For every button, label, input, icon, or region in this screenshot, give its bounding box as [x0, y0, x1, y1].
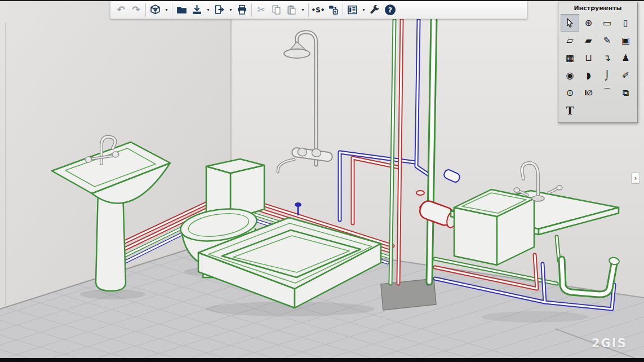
app-window: ↶ ↷ ▾ ▾ ▾ — [0, 0, 644, 362]
toolbar-divider — [145, 3, 146, 17]
tool-sphere-polygon[interactable]: ⊙ — [561, 84, 579, 101]
watermark: 2GIS — [592, 337, 627, 350]
save-caret[interactable]: ▾ — [205, 3, 212, 17]
save-button[interactable] — [189, 3, 205, 17]
tool-sheets[interactable]: ⧉ — [616, 84, 635, 101]
tool-rectangle[interactable]: ▭ — [598, 14, 616, 32]
tools-palette: Инструменты ⊛ ▭ ▯ ▱ ▰ ✎ ▣ ▦ ⊔ ↴ ♟ ◉ ◗ ⌡ … — [558, 2, 638, 123]
wrench-icon — [370, 5, 380, 15]
tool-arc-pipe[interactable]: ⌒ — [598, 84, 616, 101]
tool-curved-fitting[interactable]: ◗ — [579, 67, 598, 84]
help-button[interactable]: ? — [383, 3, 398, 17]
tool-angled-pipe[interactable]: ⌡ — [598, 67, 616, 84]
open-folder-button[interactable] — [174, 3, 189, 17]
share-model-icon — [328, 5, 339, 15]
organizer-button[interactable] — [345, 3, 360, 17]
tool-valve-figure[interactable]: ♟ — [616, 49, 635, 67]
tool-insulated-pipe[interactable]: ✐ — [616, 67, 635, 84]
tool-window-box[interactable]: ▦ — [561, 49, 579, 67]
tool-tall-panel[interactable]: ▣ — [616, 32, 635, 49]
organizer-caret[interactable]: ▾ — [360, 3, 367, 17]
cube-3d-icon — [150, 5, 161, 15]
tool-slab[interactable]: ▱ — [561, 32, 579, 49]
settings-wrench-button[interactable] — [367, 3, 383, 17]
toolbar-divider — [343, 3, 343, 17]
sink-faucet-handle — [85, 157, 92, 162]
copy-button[interactable] — [269, 3, 284, 17]
tool-pipe-elbow[interactable]: ↴ — [598, 49, 616, 67]
help-icon: ? — [385, 5, 396, 15]
copy-icon — [271, 5, 282, 15]
letterbox-top — [0, 0, 644, 1]
panel-expander-button[interactable]: › — [631, 173, 640, 184]
toolbar-divider — [251, 3, 252, 17]
tool-tray[interactable]: ▰ — [579, 32, 598, 49]
share-model-button[interactable] — [326, 3, 341, 17]
views-3d-caret[interactable]: ▾ — [163, 3, 170, 17]
tool-orbit[interactable]: ⊛ — [579, 14, 598, 32]
print-button[interactable] — [234, 3, 250, 17]
tool-bucket[interactable]: ⊔ — [579, 49, 598, 67]
folder-icon — [176, 5, 187, 15]
tool-appliance[interactable]: ◉ — [561, 67, 579, 84]
main-toolbar: ↶ ↷ ▾ ▾ ▾ — [110, 1, 527, 19]
polyline-button[interactable]: •S• — [310, 3, 326, 17]
export-button[interactable] — [212, 3, 227, 17]
polyline-icon: •S• — [312, 6, 325, 14]
toolbar-divider — [308, 3, 309, 17]
scene-canvas — [0, 0, 644, 362]
redo-button[interactable]: ↷ — [128, 3, 144, 17]
tool-pipe-vertical[interactable]: ▯ — [616, 14, 635, 32]
tool-grid: ⊛ ▭ ▯ ▱ ▰ ✎ ▣ ▦ ⊔ ↴ ♟ ◉ ◗ ⌡ ✐ ⊙ I∅ ⌒ ⧉ T — [561, 14, 635, 119]
undo-button[interactable]: ↶ — [113, 3, 128, 17]
printer-icon — [237, 5, 247, 15]
tool-text[interactable]: T — [561, 101, 579, 119]
paste-caret[interactable]: ▾ — [299, 3, 307, 17]
toolbar-divider — [172, 3, 172, 17]
tool-select[interactable] — [561, 14, 579, 32]
palette-title: Инструменты — [561, 5, 635, 12]
export-caret[interactable]: ▾ — [227, 3, 234, 17]
organizer-icon — [347, 5, 358, 15]
select-cursor-icon — [566, 18, 574, 28]
export-icon — [214, 5, 225, 15]
tool-pipe-segment[interactable]: ✎ — [598, 32, 616, 49]
views-3d-button[interactable] — [148, 3, 163, 17]
paste-icon — [286, 5, 297, 15]
save-icon — [192, 5, 202, 15]
paste-button[interactable] — [284, 3, 299, 17]
tool-dimension[interactable]: I∅ — [579, 84, 598, 101]
letterbox-bottom — [0, 358, 644, 362]
shower-head — [284, 49, 310, 58]
cut-button[interactable]: ✂ — [254, 3, 269, 17]
